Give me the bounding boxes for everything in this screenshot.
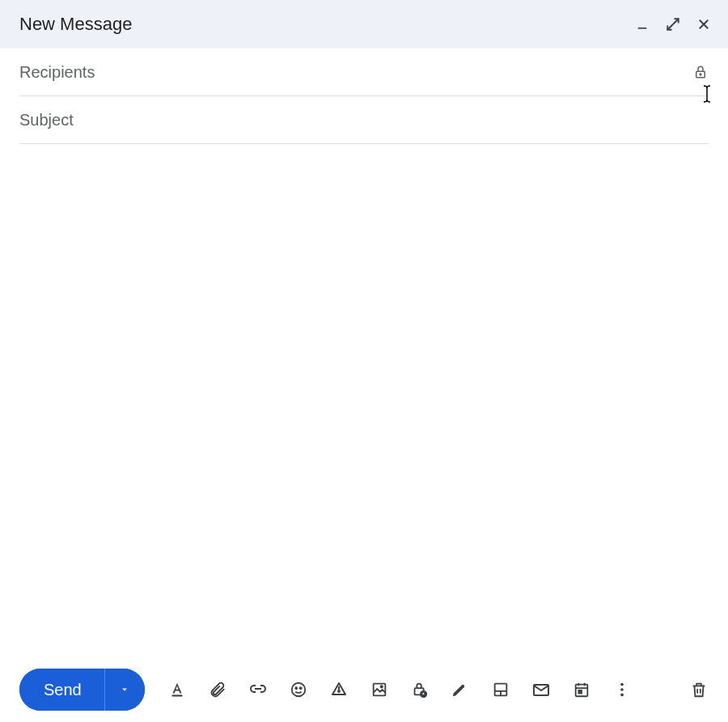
window-title: New Message [19, 14, 132, 35]
svg-rect-8 [373, 684, 385, 696]
compose-header: New Message [0, 0, 728, 49]
send-button[interactable]: Send [19, 669, 104, 711]
svg-point-17 [620, 688, 624, 691]
svg-point-6 [300, 687, 302, 689]
minimize-icon[interactable] [634, 16, 650, 32]
layout-icon[interactable] [491, 680, 510, 699]
svg-rect-0 [638, 28, 647, 29]
svg-point-4 [291, 683, 305, 697]
image-icon[interactable] [370, 680, 389, 699]
link-icon[interactable] [248, 680, 268, 699]
svg-point-18 [620, 694, 624, 697]
emoji-icon[interactable] [289, 680, 308, 699]
formatting-toolbar [167, 680, 689, 699]
svg-rect-15 [578, 690, 582, 694]
expand-icon[interactable] [665, 16, 681, 32]
drive-icon[interactable] [329, 680, 349, 699]
svg-rect-3 [171, 694, 182, 696]
svg-point-7 [338, 690, 340, 692]
send-button-group: Send [19, 669, 145, 711]
toolbar-right [689, 680, 709, 699]
body-area [0, 144, 728, 657]
signature-icon[interactable] [451, 680, 470, 699]
calendar-icon[interactable] [572, 680, 591, 699]
subject-row [19, 96, 709, 144]
subject-input[interactable] [19, 111, 709, 130]
svg-point-9 [380, 686, 382, 687]
confidential-icon[interactable] [410, 680, 430, 699]
svg-point-2 [700, 74, 701, 75]
recipients-input[interactable] [19, 63, 692, 82]
svg-point-16 [620, 683, 624, 686]
more-options-icon[interactable] [612, 680, 632, 699]
attach-icon[interactable] [208, 680, 227, 699]
compose-fields [0, 49, 728, 144]
text-format-icon[interactable] [167, 680, 187, 699]
mail-icon[interactable] [531, 680, 551, 699]
compose-footer: Send [0, 657, 728, 722]
recipients-row [19, 49, 709, 96]
lock-icon[interactable] [692, 64, 709, 80]
svg-point-5 [295, 687, 297, 689]
trash-icon[interactable] [689, 680, 709, 699]
body-textarea[interactable] [19, 159, 709, 643]
window-controls [634, 16, 712, 32]
close-icon[interactable] [696, 16, 712, 32]
send-options-dropdown[interactable] [104, 669, 145, 711]
